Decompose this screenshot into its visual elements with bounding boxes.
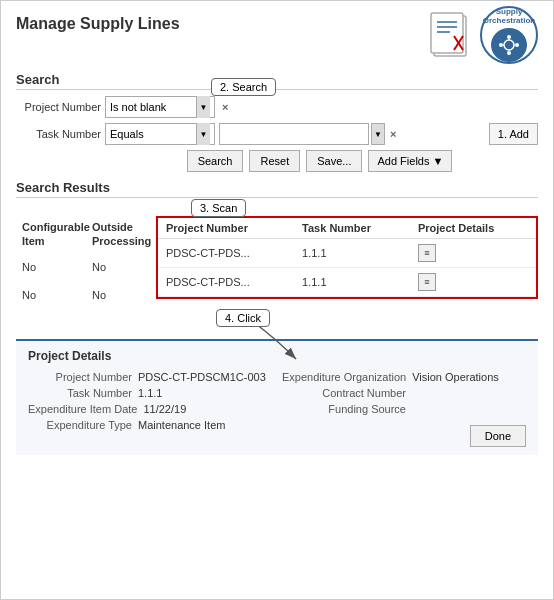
project-details-icon-2[interactable]: ≡ <box>418 273 436 291</box>
task-number-col-header: Task Number <box>294 218 410 239</box>
expenditure-date-label: Expenditure Item Date <box>28 403 143 415</box>
add-fields-button[interactable]: Add Fields ▼ <box>368 150 452 172</box>
results-layout: ConfigurableItem OutsideProcessing No No… <box>16 216 538 307</box>
search-section: Search 2. Search Project Number Is not b… <box>16 72 538 172</box>
task-number-row: Task Number Equals ▼ ▼ × 1. Add <box>16 123 538 145</box>
project-details-section: Project Details Project Number PDSC-CT-P… <box>16 339 538 455</box>
click-callout-area: 4. Click <box>16 309 538 331</box>
task-number-cell-1: 1.1.1 <box>294 239 410 268</box>
task-condition-arrow[interactable]: ▼ <box>196 123 210 145</box>
configurable-cell-2: No <box>16 283 86 307</box>
page-header: Manage Supply Lines SupplyOrchestration <box>16 11 538 64</box>
configurable-header: ConfigurableItem <box>16 216 86 253</box>
expenditure-date-row: Expenditure Item Date 11/22/19 <box>28 403 272 415</box>
details-left: Project Number PDSC-CT-PDSCM1C-003 Task … <box>28 371 272 447</box>
project-number-col-header: Project Number <box>158 218 294 239</box>
project-details-col-header: Project Details <box>410 218 536 239</box>
page-title: Manage Supply Lines <box>16 15 180 33</box>
project-condition-select[interactable]: Is not blank ▼ <box>105 96 215 118</box>
expenditure-type-row: Expenditure Type Maintenance Item <box>28 419 272 431</box>
project-number-detail-value: PDSC-CT-PDSCM1C-003 <box>138 371 272 383</box>
supply-order-area: SupplyOrchestration <box>426 6 538 64</box>
done-button[interactable]: Done <box>470 425 526 447</box>
action-buttons-row: Search Reset Save... Add Fields ▼ <box>101 150 538 172</box>
search-callout: 2. Search <box>211 78 276 96</box>
project-condition-arrow[interactable]: ▼ <box>196 96 210 118</box>
project-number-detail-row: Project Number PDSC-CT-PDSCM1C-003 <box>28 371 272 383</box>
expenditure-date-value: 11/22/19 <box>143 403 272 415</box>
task-number-cell-2: 1.1.1 <box>294 268 410 297</box>
configurable-cell-1: No <box>16 255 86 279</box>
contract-label: Contract Number <box>282 387 412 399</box>
project-number-cell-1: PDSC-CT-PDS... <box>158 239 294 268</box>
table-row: PDSC-CT-PDS... 1.1.1 ≡ <box>158 239 536 268</box>
supply-orchestration-icon <box>491 28 527 62</box>
task-value-arrow[interactable]: ▼ <box>371 123 385 145</box>
left-row-1: No No <box>16 255 156 279</box>
table-row: PDSC-CT-PDS... 1.1.1 ≡ <box>158 268 536 297</box>
project-number-detail-label: Project Number <box>28 371 138 383</box>
search-button[interactable]: Search <box>187 150 244 172</box>
project-details-title: Project Details <box>28 349 526 363</box>
add-button[interactable]: 1. Add <box>489 123 538 145</box>
project-details-cell-1: ≡ <box>410 239 536 268</box>
svg-point-9 <box>507 51 511 55</box>
exp-org-value: Vision Operations <box>412 371 526 383</box>
left-headers: ConfigurableItem OutsideProcessing <box>16 216 156 253</box>
svg-point-7 <box>504 40 514 50</box>
exp-org-row: Expenditure Organization Vision Operatio… <box>282 371 526 383</box>
save-button[interactable]: Save... <box>306 150 362 172</box>
expenditure-type-label: Expenditure Type <box>28 419 138 431</box>
svg-point-8 <box>507 35 511 39</box>
project-number-label: Project Number <box>16 101 101 113</box>
results-section-label: Search Results <box>16 180 538 198</box>
click-callout: 4. Click <box>216 309 270 327</box>
contract-row: Contract Number <box>282 387 526 399</box>
project-details-cell-2: ≡ <box>410 268 536 297</box>
task-number-detail-label: Task Number <box>28 387 138 399</box>
task-number-label: Task Number <box>16 128 101 140</box>
task-condition-select[interactable]: Equals ▼ <box>105 123 215 145</box>
reset-button[interactable]: Reset <box>249 150 300 172</box>
details-right: Expenditure Organization Vision Operatio… <box>282 371 526 447</box>
outside-cell-2: No <box>86 283 156 307</box>
left-columns: ConfigurableItem OutsideProcessing No No… <box>16 216 156 307</box>
funding-row: Funding Source <box>282 403 526 415</box>
supply-order-icon <box>426 8 476 63</box>
details-grid: Project Number PDSC-CT-PDSCM1C-003 Task … <box>28 371 526 447</box>
results-section: Search Results 3. Scan ConfigurableItem … <box>16 180 538 331</box>
task-number-detail-row: Task Number 1.1.1 <box>28 387 272 399</box>
svg-point-10 <box>499 43 503 47</box>
funding-label: Funding Source <box>282 403 412 415</box>
project-number-row: Project Number Is not blank ▼ × <box>16 96 538 118</box>
supply-orchestration-badge[interactable]: SupplyOrchestration <box>480 6 538 64</box>
project-number-cell-2: PDSC-CT-PDS... <box>158 268 294 297</box>
left-row-2: No No <box>16 283 156 307</box>
svg-point-11 <box>515 43 519 47</box>
outside-cell-1: No <box>86 255 156 279</box>
project-clear-btn[interactable]: × <box>219 101 231 113</box>
task-clear-btn[interactable]: × <box>387 128 399 140</box>
exp-org-label: Expenditure Organization <box>282 371 412 383</box>
scan-callout: 3. Scan <box>191 199 246 217</box>
svg-rect-1 <box>431 13 463 53</box>
task-number-detail-value: 1.1.1 <box>138 387 272 399</box>
outside-header: OutsideProcessing <box>86 216 156 253</box>
project-details-icon-1[interactable]: ≡ <box>418 244 436 262</box>
result-table: Project Number Task Number Project Detai… <box>156 216 538 299</box>
task-value-input[interactable] <box>219 123 369 145</box>
page-container: Manage Supply Lines SupplyOrchestration <box>0 0 554 600</box>
expenditure-type-value: Maintenance Item <box>138 419 272 431</box>
